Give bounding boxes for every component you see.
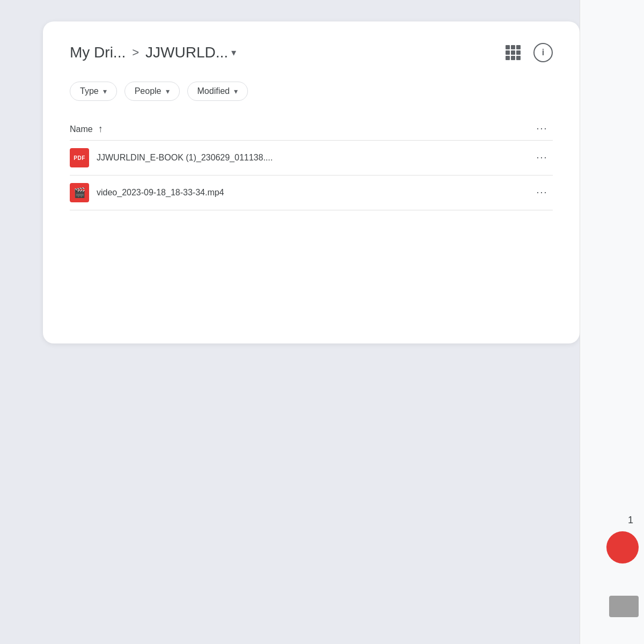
side-panel-avatar	[606, 531, 639, 564]
table-row[interactable]: PDF JJWURLDIN_E-BOOK (1)_230629_011138..…	[70, 141, 553, 175]
info-icon: i	[542, 48, 544, 57]
video-icon: 🎬	[70, 183, 89, 202]
video-icon-symbol: 🎬	[74, 187, 85, 199]
pdf-icon: PDF	[70, 148, 89, 167]
header-actions: i	[503, 43, 553, 62]
modified-filter-pill[interactable]: Modified ▾	[187, 82, 248, 101]
type-filter-pill[interactable]: Type ▾	[70, 82, 117, 101]
breadcrumb-separator: >	[132, 46, 139, 60]
info-button[interactable]: i	[533, 43, 553, 62]
file-name: JJWURLDIN_E-BOOK (1)_230629_011138....	[97, 153, 531, 163]
people-filter-chevron: ▾	[166, 87, 170, 96]
grid-icon	[506, 45, 521, 60]
name-column-header[interactable]: Name ↑	[70, 123, 531, 135]
main-card: My Dri... > JJWURLD... ▾ i Type ▾	[43, 21, 580, 343]
file-more-button[interactable]: ⋮	[531, 152, 553, 164]
name-column-label: Name	[70, 125, 93, 134]
file-more-button[interactable]: ⋮	[531, 187, 553, 199]
type-filter-label: Type	[80, 86, 99, 96]
people-filter-label: People	[135, 86, 162, 96]
file-more-icon: ⋮	[536, 152, 548, 164]
side-panel: 1	[580, 0, 644, 644]
table-header: Name ↑ ⋮	[70, 118, 553, 141]
breadcrumb-mydrive[interactable]: My Dri...	[70, 44, 126, 61]
modified-filter-chevron: ▾	[234, 87, 238, 96]
people-filter-pill[interactable]: People ▾	[125, 82, 180, 101]
breadcrumb-dropdown-icon: ▾	[231, 47, 236, 58]
file-icon-wrap: 🎬	[70, 183, 97, 202]
modified-filter-label: Modified	[197, 86, 230, 96]
breadcrumb-folder-label: JJWURLD...	[145, 44, 228, 61]
breadcrumb: My Dri... > JJWURLD... ▾ i	[70, 43, 553, 62]
grid-view-button[interactable]	[503, 43, 523, 62]
table-row[interactable]: 🎬 video_2023-09-18_18-33-34.mp4 ⋮	[70, 175, 553, 210]
table-more-icon: ⋮	[536, 123, 548, 135]
table-header-more[interactable]: ⋮	[531, 123, 553, 135]
type-filter-chevron: ▾	[103, 87, 107, 96]
file-name: video_2023-09-18_18-33-34.mp4	[97, 188, 531, 197]
file-icon-wrap: PDF	[70, 148, 97, 167]
sort-arrow-icon: ↑	[98, 123, 103, 135]
side-panel-number: 1	[628, 515, 633, 526]
side-panel-square	[609, 596, 639, 617]
file-more-icon: ⋮	[536, 187, 548, 199]
filter-row: Type ▾ People ▾ Modified ▾	[70, 82, 553, 101]
breadcrumb-folder[interactable]: JJWURLD... ▾	[145, 44, 236, 61]
